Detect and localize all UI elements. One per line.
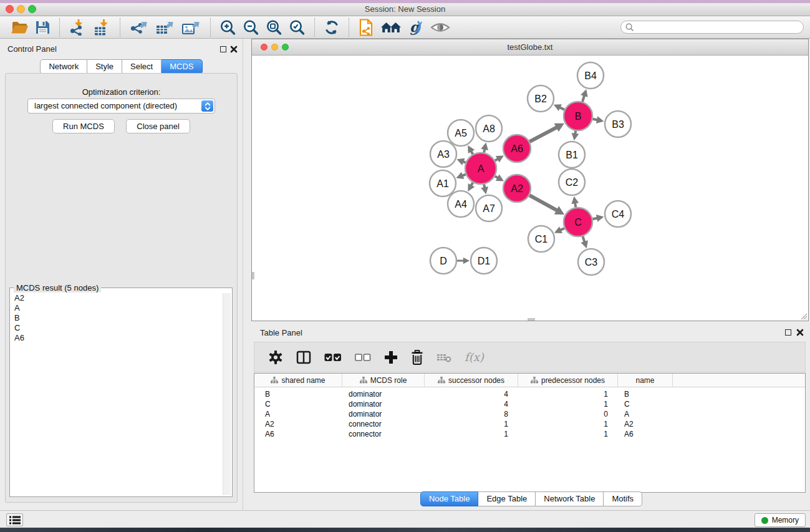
cell[interactable]: connector bbox=[342, 430, 425, 438]
zoom-selected-button[interactable] bbox=[289, 19, 306, 36]
cell[interactable]: 1 bbox=[518, 430, 618, 438]
tab-style[interactable]: Style bbox=[87, 59, 122, 74]
task-history-button[interactable] bbox=[6, 513, 23, 526]
close-panel-button[interactable]: Close panel bbox=[126, 119, 190, 133]
zoom-out-button[interactable] bbox=[243, 19, 259, 36]
cell[interactable]: 1 bbox=[518, 390, 618, 399]
minimize-window-button[interactable] bbox=[17, 5, 25, 13]
cell[interactable]: 1 bbox=[518, 400, 618, 409]
tab-mcds[interactable]: MCDS bbox=[162, 59, 202, 74]
graph-node-A5[interactable]: A5 bbox=[448, 120, 474, 146]
minimize-network-window-button[interactable] bbox=[271, 44, 278, 51]
gene-compare-button[interactable]: g bbox=[408, 19, 424, 36]
import-network-button[interactable] bbox=[69, 19, 87, 36]
graph-node-B4[interactable]: B4 bbox=[577, 62, 604, 89]
cell[interactable]: connector bbox=[342, 420, 425, 428]
function-builder-button[interactable]: f(x) bbox=[465, 351, 484, 364]
graph-node-C3[interactable]: C3 bbox=[578, 249, 604, 275]
cell[interactable]: dominator bbox=[342, 390, 425, 399]
zoom-fit-button[interactable] bbox=[266, 19, 282, 36]
graph-node-D1[interactable]: D1 bbox=[471, 248, 497, 274]
tab-edge-table[interactable]: Edge Table bbox=[478, 491, 536, 506]
cell[interactable]: 4 bbox=[425, 400, 518, 409]
cell[interactable]: 1 bbox=[518, 420, 618, 428]
graph-edge-A-A4[interactable] bbox=[468, 183, 475, 191]
cell[interactable]: 0 bbox=[518, 410, 618, 418]
network-canvas[interactable]: B4B2BB3A8A5A6A3B1AC2A1A2A4A7C4CC1DD1C3 bbox=[252, 56, 808, 321]
column-header-shared-name[interactable]: shared name bbox=[254, 374, 342, 387]
graph-edge-B-B4[interactable] bbox=[581, 89, 587, 102]
graph-edge-A6-B[interactable] bbox=[529, 123, 564, 142]
memory-button[interactable]: Memory bbox=[755, 513, 806, 527]
delete-column-button[interactable] bbox=[411, 350, 423, 365]
cell[interactable]: B bbox=[618, 390, 673, 399]
cell[interactable]: B bbox=[254, 390, 342, 399]
table-row[interactable]: A6connector11A6 bbox=[254, 429, 805, 439]
tab-motifs[interactable]: Motifs bbox=[604, 491, 642, 506]
graph-edge-A-A8[interactable] bbox=[481, 143, 488, 153]
save-session-button[interactable] bbox=[35, 20, 51, 35]
graph-node-C1[interactable]: C1 bbox=[528, 226, 554, 252]
result-item[interactable]: A6 bbox=[11, 333, 222, 343]
tab-network-table[interactable]: Network Table bbox=[536, 491, 604, 506]
graph-edge-C-C3[interactable] bbox=[581, 236, 588, 248]
close-window-button[interactable] bbox=[6, 5, 14, 13]
graph-node-B1[interactable]: B1 bbox=[559, 142, 585, 168]
graph-node-A4[interactable]: A4 bbox=[448, 191, 474, 217]
cell[interactable]: dominator bbox=[342, 400, 425, 409]
graph-edge-A2-C[interactable] bbox=[529, 195, 564, 215]
cell[interactable]: 1 bbox=[425, 430, 518, 438]
cell[interactable]: A bbox=[254, 410, 342, 418]
vertical-scroll-thumb[interactable] bbox=[252, 272, 254, 279]
graph-node-A1[interactable]: A1 bbox=[430, 170, 456, 196]
graph-edge-A-A5[interactable] bbox=[468, 145, 475, 154]
cell[interactable]: A2 bbox=[254, 420, 342, 428]
import-table-button[interactable] bbox=[93, 19, 111, 36]
column-header-mcds-role[interactable]: MCDS role bbox=[342, 374, 425, 387]
run-mcds-button[interactable]: Run MCDS bbox=[52, 119, 115, 133]
graph-edge-C-C2[interactable] bbox=[571, 196, 579, 208]
graph-node-C[interactable]: C bbox=[564, 208, 592, 236]
export-table-button[interactable] bbox=[155, 19, 175, 36]
tab-node-table[interactable]: Node Table bbox=[420, 491, 479, 506]
graph-node-A7[interactable]: A7 bbox=[476, 195, 502, 221]
add-column-button[interactable] bbox=[384, 351, 398, 364]
float-panel-icon[interactable] bbox=[220, 46, 226, 52]
table-row[interactable]: Bdominator41B bbox=[254, 389, 805, 399]
graph-edge-A-A2[interactable] bbox=[495, 175, 504, 181]
cell[interactable]: 4 bbox=[425, 390, 518, 399]
open-session-button[interactable] bbox=[11, 20, 29, 35]
table-row[interactable]: Adominator80A bbox=[254, 409, 805, 419]
tab-network[interactable]: Network bbox=[40, 59, 87, 74]
search-input[interactable] bbox=[620, 21, 804, 34]
graph-node-A6[interactable]: A6 bbox=[503, 135, 531, 162]
graph-node-B2[interactable]: B2 bbox=[528, 85, 554, 112]
graph-edge-A-A1[interactable] bbox=[456, 172, 465, 179]
graph-node-C4[interactable]: C4 bbox=[605, 201, 631, 227]
zoom-window-button[interactable] bbox=[28, 5, 36, 13]
graph-edge-B-B1[interactable] bbox=[572, 131, 579, 141]
close-network-window-button[interactable] bbox=[261, 44, 268, 51]
column-header-name[interactable]: name bbox=[618, 374, 673, 387]
graph-edge-C-C4[interactable] bbox=[593, 215, 604, 222]
cell[interactable]: A6 bbox=[254, 430, 342, 438]
cell[interactable]: 1 bbox=[425, 420, 518, 428]
criterion-dropdown[interactable]: largest connected component (directed) bbox=[27, 99, 215, 114]
result-item[interactable]: B bbox=[11, 313, 222, 323]
horizontal-scroll-thumb[interactable] bbox=[528, 318, 535, 321]
graph-edge-D-D1[interactable] bbox=[457, 258, 470, 264]
column-header-predecessor-nodes[interactable]: predecessor nodes bbox=[518, 374, 618, 387]
export-network-button[interactable] bbox=[129, 19, 149, 36]
cell[interactable]: A bbox=[618, 410, 673, 418]
show-hide-button[interactable] bbox=[430, 21, 450, 34]
split-columns-button[interactable] bbox=[296, 351, 311, 364]
resize-grip-icon[interactable] bbox=[799, 312, 808, 320]
graph-edge-C-C1[interactable] bbox=[554, 226, 564, 233]
column-header-successor-nodes[interactable]: successor nodes bbox=[425, 374, 518, 387]
table-settings-button[interactable] bbox=[268, 350, 283, 365]
float-table-panel-icon[interactable] bbox=[785, 329, 791, 336]
graph-node-C2[interactable]: C2 bbox=[559, 169, 585, 195]
home-button[interactable] bbox=[380, 20, 402, 35]
graph-node-A3[interactable]: A3 bbox=[430, 141, 456, 167]
graph-edge-B-B3[interactable] bbox=[593, 116, 604, 123]
